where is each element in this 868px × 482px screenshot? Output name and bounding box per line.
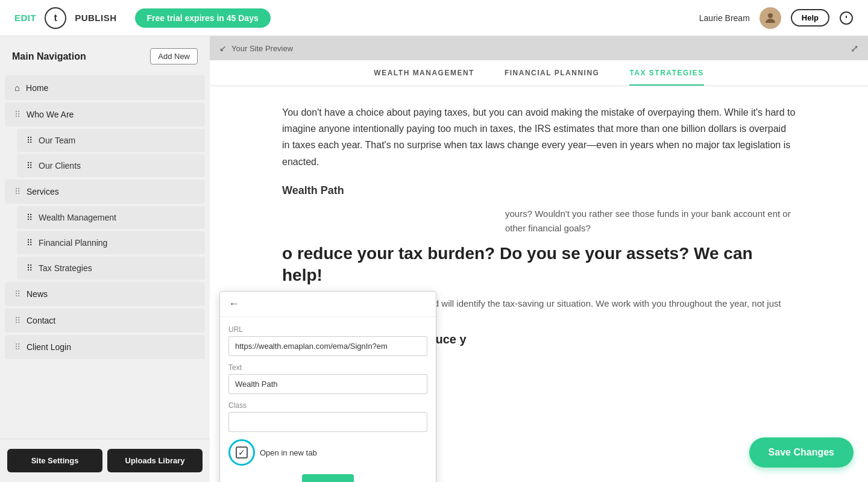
checkbox-row: ✓ Open in new tab: [228, 439, 427, 466]
sidebar-bottom: Site Settings Uploads Library: [0, 439, 210, 482]
sidebar-item-our-team[interactable]: ⠿ Our Team: [17, 129, 205, 152]
insert-button[interactable]: Insert: [302, 474, 354, 482]
expand-icon[interactable]: ⤢: [851, 43, 858, 54]
section-title: Wealth Path: [282, 184, 796, 197]
preview-label: Your Site Preview: [231, 44, 293, 53]
drag-icon: ⠿: [14, 289, 20, 299]
open-new-tab-checkbox[interactable]: ✓: [236, 446, 248, 459]
user-name: Laurie Bream: [699, 13, 750, 23]
sidebar-item-contact[interactable]: ⠿ Contact: [5, 308, 205, 333]
sidebar-title: Main Navigation: [12, 51, 86, 62]
uploads-library-button[interactable]: Uploads Library: [107, 449, 203, 472]
link-editor-popup: ← URL Text Class ✓ Open: [219, 291, 436, 482]
help-button[interactable]: Help: [791, 9, 829, 27]
link-editor-body: URL Text Class ✓ Open in new tab: [220, 317, 436, 482]
page-headline: o reduce your tax burden? Do you se your…: [282, 243, 796, 287]
content-area: ↙ Your Site Preview ⤢ WEALTH MANAGEMENT …: [210, 36, 868, 482]
open-new-tab-label: Open in new tab: [260, 448, 317, 457]
svg-point-0: [768, 13, 773, 18]
drag-icon: ⠿: [14, 342, 20, 352]
site-nav: WEALTH MANAGEMENT FINANCIAL PLANNING TAX…: [210, 60, 868, 86]
save-changes-button[interactable]: Save Changes: [749, 437, 854, 468]
site-nav-tax-strategies[interactable]: TAX STRATEGIES: [629, 69, 703, 86]
checkmark-icon: ✓: [238, 448, 245, 457]
site-settings-button[interactable]: Site Settings: [7, 449, 102, 472]
url-label: URL: [228, 325, 427, 334]
drag-icon: ⠿: [14, 110, 20, 119]
sidebar-item-label: Contact: [27, 316, 55, 325]
class-input[interactable]: [228, 412, 427, 432]
sidebar-item-client-login[interactable]: ⠿ Client Login: [5, 335, 205, 359]
sidebar-item-who-we-are[interactable]: ⠿ Who We Are: [5, 102, 205, 127]
page-paragraph-1: You don't have a choice about paying tax…: [282, 104, 796, 170]
sidebar-item-label: Financial Planning: [39, 238, 107, 248]
link-editor-header: ←: [220, 292, 436, 317]
sidebar-item-services[interactable]: ⠿ Services: [5, 180, 205, 204]
sidebar-item-tax-strategies[interactable]: ⠿ Tax Strategies: [17, 257, 205, 280]
open-new-tab-highlight: ✓: [228, 439, 255, 466]
sidebar-item-label: Home: [26, 83, 48, 93]
drag-icon: ⠿: [14, 316, 20, 325]
drag-icon: ⠿: [27, 263, 33, 273]
page-content: You don't have a choice about paying tax…: [210, 86, 868, 482]
sidebar-item-news[interactable]: ⠿ News: [5, 282, 205, 306]
url-input[interactable]: [228, 336, 427, 356]
back-button[interactable]: ←: [228, 298, 239, 310]
sidebar-header: Main Navigation Add New: [0, 36, 210, 74]
sidebar-item-wealth-management[interactable]: ⠿ Wealth Management: [17, 206, 205, 229]
drag-icon: ⠿: [14, 187, 20, 196]
home-icon: ⌂: [14, 83, 20, 93]
page-paragraph-2: yours? Wouldn't you rather see those fun…: [505, 207, 796, 236]
sidebar-item-label: Wealth Management: [39, 213, 116, 222]
drag-icon: ⠿: [27, 136, 33, 145]
sidebar-item-label: Client Login: [27, 342, 71, 352]
text-input[interactable]: [228, 374, 427, 394]
notification-icon[interactable]: [839, 11, 854, 25]
text-label: Text: [228, 363, 427, 372]
drag-icon: ⠿: [27, 161, 33, 171]
sidebar-item-label: Tax Strategies: [39, 263, 92, 273]
add-new-button[interactable]: Add New: [150, 48, 198, 64]
sidebar-item-financial-planning[interactable]: ⠿ Financial Planning: [17, 231, 205, 254]
sidebar-item-label: Who We Are: [27, 110, 74, 119]
top-bar: EDIT t PUBLISH Free trial expires in 45 …: [0, 0, 868, 36]
preview-bar: ↙ Your Site Preview ⤢: [210, 36, 868, 60]
sidebar-item-label: Our Team: [39, 136, 75, 145]
logo: t: [45, 7, 66, 29]
top-right-area: Laurie Bream Help: [699, 7, 854, 29]
publish-button[interactable]: PUBLISH: [75, 13, 116, 23]
trial-badge[interactable]: Free trial expires in 45 Days: [135, 8, 271, 28]
site-nav-wealth-management[interactable]: WEALTH MANAGEMENT: [374, 69, 474, 86]
sidebar: Main Navigation Add New ⌂ Home ⠿ Who We …: [0, 36, 210, 482]
sidebar-item-label: Services: [27, 187, 59, 196]
avatar[interactable]: [760, 7, 781, 29]
sidebar-item-label: News: [27, 289, 48, 299]
drag-icon: ⠿: [27, 213, 33, 222]
class-label: Class: [228, 401, 427, 410]
minimize-icon[interactable]: ↙: [219, 43, 227, 53]
site-nav-financial-planning[interactable]: FINANCIAL PLANNING: [505, 69, 599, 86]
sidebar-item-home[interactable]: ⌂ Home: [5, 75, 205, 100]
drag-icon: ⠿: [27, 238, 33, 248]
edit-button[interactable]: EDIT: [14, 13, 36, 23]
preview-left: ↙ Your Site Preview: [219, 43, 293, 53]
sidebar-item-label: Our Clients: [39, 161, 81, 171]
sidebar-item-our-clients[interactable]: ⠿ Our Clients: [17, 154, 205, 177]
main-layout: Main Navigation Add New ⌂ Home ⠿ Who We …: [0, 36, 868, 482]
